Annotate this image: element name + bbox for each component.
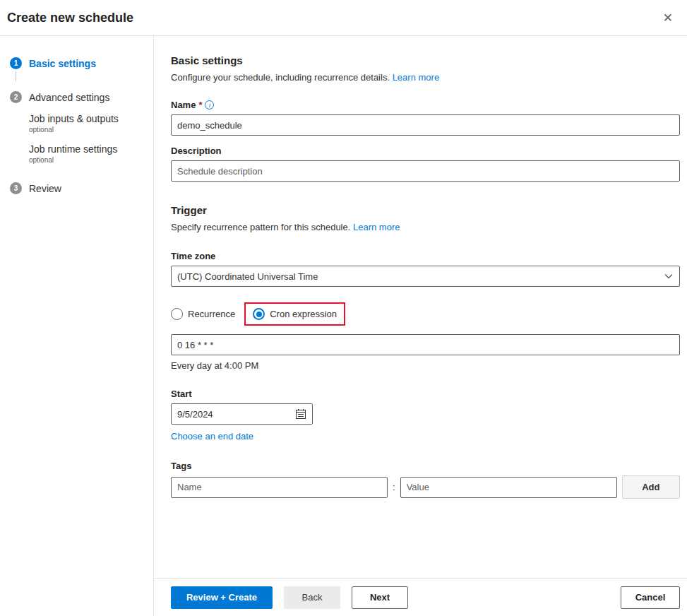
radio-checked-icon [253,308,265,320]
timezone-selected-value: (UTC) Coordinated Universal Time [177,271,318,282]
step-connector [16,71,16,81]
choose-end-date-link[interactable]: Choose an end date [171,431,253,442]
stepper-step-review[interactable]: 3 Review [10,182,146,194]
learn-more-link[interactable]: Learn more [393,72,439,83]
trigger-type-radio-group: Recurrence Cron expression [171,302,680,326]
tags-label: Tags [171,461,680,471]
radio-unchecked-icon [171,308,183,320]
section-description: Configure your schedule, including recur… [171,72,680,83]
cron-help-text: Every day at 4:00 PM [171,360,680,371]
stepper-substep-job-inputs-outputs[interactable]: Job inputs & outputs optional [29,113,146,134]
optional-note: optional [29,156,146,164]
required-asterisk: * [198,100,202,110]
description-label: Description [171,146,680,156]
dialog-title: Create new schedule [7,11,133,25]
description-input[interactable] [171,160,680,182]
tag-name-input[interactable] [171,477,388,498]
close-icon[interactable]: ✕ [659,9,677,27]
trigger-description: Specify recurrence pattern for this sche… [171,222,680,232]
stepper-step-basic-settings[interactable]: 1 Basic settings [10,57,146,69]
wizard-stepper: 1 Basic settings 2 Advanced settings Job… [0,36,154,616]
cancel-button[interactable]: Cancel [621,586,680,609]
calendar-icon[interactable] [295,408,306,420]
step-3-label: Review [29,183,61,194]
info-icon[interactable]: i [205,100,214,109]
cron-highlight-box: Cron expression [244,302,345,326]
step-1-badge: 1 [10,57,22,69]
tag-separator: : [393,482,395,492]
step-2-badge: 2 [10,91,22,103]
start-date-value: 9/5/2024 [177,409,213,420]
dialog-header: Create new schedule ✕ [0,0,687,36]
start-label: Start [171,389,680,399]
tag-value-input[interactable] [400,477,617,498]
review-create-button[interactable]: Review + Create [171,586,273,609]
name-label: Name * i [171,100,680,110]
back-button[interactable]: Back [284,586,340,609]
recurrence-radio[interactable]: Recurrence [171,308,235,320]
step-3-badge: 3 [10,182,22,194]
optional-note: optional [29,126,146,134]
cron-expression-input[interactable] [171,334,680,355]
chevron-down-icon [664,271,674,281]
trigger-title: Trigger [171,204,680,216]
basic-settings-panel: Basic settings Configure your schedule, … [154,36,687,578]
next-button[interactable]: Next [352,586,408,609]
cron-expression-radio[interactable]: Cron expression [253,308,337,320]
start-date-input[interactable]: 9/5/2024 [171,403,313,425]
add-tag-button[interactable]: Add [622,475,680,499]
step-1-label: Basic settings [29,58,96,69]
timezone-label: Time zone [171,251,680,261]
trigger-learn-more-link[interactable]: Learn more [353,222,400,232]
dialog-footer: Review + Create Back Next Cancel [154,578,687,616]
name-input[interactable] [171,114,680,136]
stepper-substep-job-runtime-settings[interactable]: Job runtime settings optional [29,143,146,164]
tags-row: : Add [171,475,680,499]
section-title: Basic settings [171,54,680,66]
timezone-select[interactable]: (UTC) Coordinated Universal Time [171,266,680,287]
stepper-step-advanced-settings[interactable]: 2 Advanced settings [10,91,146,103]
create-schedule-dialog: Create new schedule ✕ 1 Basic settings 2… [0,0,687,616]
step-2-label: Advanced settings [29,92,109,103]
